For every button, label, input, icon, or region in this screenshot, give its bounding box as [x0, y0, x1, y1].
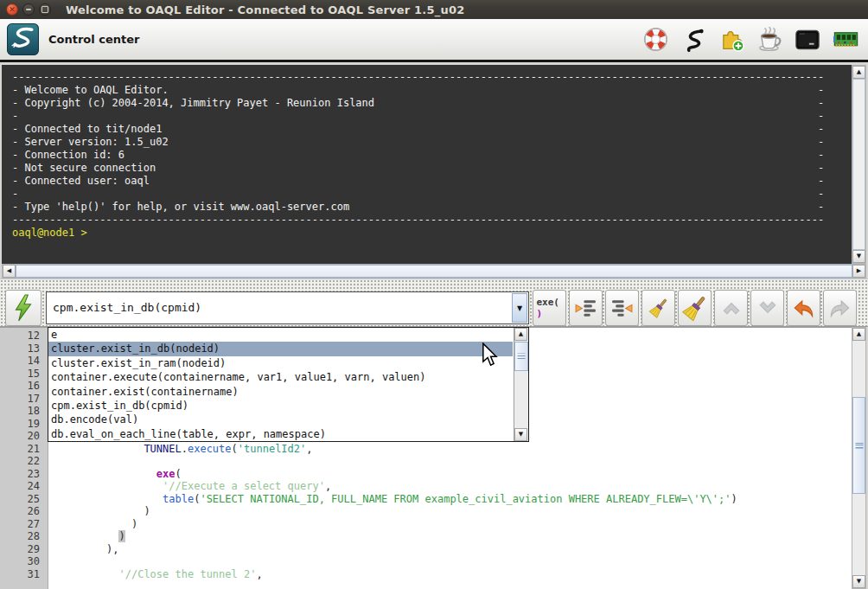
line-number: 30 [0, 555, 48, 568]
autocomplete-items: ecluster.exist_in_db(nodeid)cluster.exis… [48, 328, 528, 441]
line-number: 19 [0, 418, 48, 431]
autocomplete-item[interactable]: container.exist(containername) [48, 385, 513, 399]
window-close-button[interactable]: ✕ [6, 3, 18, 16]
code-line: '//Execute a select query', [50, 480, 852, 493]
window-title: Welcome to OAQL Editor - Connected to OA… [66, 3, 464, 16]
move-down-button[interactable] [750, 290, 784, 326]
line-number: 26 [0, 505, 48, 518]
autocomplete-item[interactable]: cluster.exist_in_ram(nodeid) [48, 356, 513, 370]
clean-button[interactable] [641, 290, 675, 326]
scrollbar-thumb[interactable] [852, 397, 865, 494]
line-number: 14 [0, 355, 48, 368]
editor-vertical-scrollbar[interactable]: ▲ ▼ [852, 327, 866, 589]
line-number: 24 [0, 480, 48, 493]
indent-right-icon [574, 297, 597, 320]
window-maximize-button[interactable] [39, 3, 51, 16]
autocomplete-item[interactable]: db.encode(val) [48, 413, 513, 426]
console-line: -- [12, 110, 824, 123]
scroll-left-arrow[interactable]: ◀ [3, 265, 16, 278]
indent-right-button[interactable] [569, 290, 603, 326]
execute-query-button[interactable] [5, 290, 41, 326]
autocomplete-dropdown[interactable]: ecluster.exist_in_db(nodeid)cluster.exis… [48, 327, 529, 442]
scroll-up-arrow[interactable]: ▲ [852, 66, 865, 79]
snake-icon[interactable] [678, 23, 709, 56]
scroll-right-arrow[interactable]: ▶ [852, 265, 865, 278]
code-line: TUNNEL.execute('tunnelId2', [50, 443, 852, 456]
command-combobox-value[interactable]: cpm.exist_in_db(cpmid) [47, 292, 528, 323]
code-line [50, 555, 852, 568]
indent-left-icon [610, 297, 634, 320]
autocomplete-item[interactable]: container.execute(containername, var1, v… [48, 370, 513, 384]
line-number: 17 [0, 393, 48, 406]
console-output[interactable]: ----------------------------------------… [2, 65, 852, 264]
indent-left-button[interactable] [605, 290, 639, 326]
console-line: ----------------------------------------… [12, 71, 824, 84]
broom-small-icon [648, 297, 670, 319]
line-number: 16 [0, 380, 48, 393]
move-up-button[interactable] [714, 290, 748, 326]
line-number: 27 [0, 518, 48, 531]
line-number: 28 [0, 530, 48, 543]
line-number: 25 [0, 493, 48, 506]
control-center-label: Control center [48, 33, 140, 46]
chevron-down-icon [757, 298, 778, 318]
console-line: - Connection id: 6- [12, 149, 824, 162]
console-line: - Welcome to OAQL Editor.- [12, 84, 824, 97]
code-line: table('SELECT NATIONAL_ID, FULL_NAME FRO… [50, 493, 852, 506]
console-line: -- [12, 188, 824, 201]
undo-icon [792, 297, 815, 320]
console-prompt: oaql@node1 > [12, 227, 824, 240]
code-line [50, 455, 852, 468]
autocomplete-item[interactable]: db.eval_on_each_line(table, expr, namesp… [48, 427, 513, 441]
line-number: 31 [0, 568, 48, 581]
help-lifebuoy-icon[interactable] [640, 23, 671, 56]
line-number: 22 [0, 455, 48, 468]
code-line: ), [50, 543, 852, 556]
code-line: exe( [50, 468, 852, 481]
scroll-down-arrow[interactable]: ▼ [852, 250, 865, 263]
scrollbar-thumb[interactable] [514, 342, 528, 371]
scrollbar-thumb[interactable] [16, 265, 852, 278]
line-number: 15 [0, 368, 48, 381]
console-line: - Type 'help()' for help, or visit www.o… [12, 201, 824, 214]
autocomplete-item[interactable]: e [48, 328, 513, 342]
command-combobox[interactable]: cpm.exist_in_db(cpmid) ▼ [46, 291, 529, 324]
lightning-bolt-icon [12, 294, 35, 322]
scroll-up-arrow[interactable]: ▲ [852, 328, 865, 341]
scrollbar-thumb[interactable] [852, 79, 865, 250]
exe-wrap-button[interactable]: exe() [533, 290, 566, 326]
console-line: - Copyright (c) 2004-2014, Jimmitry Paye… [12, 97, 824, 110]
console-line: - Connected user: oaql- [12, 175, 824, 188]
plugin-add-icon[interactable] [716, 23, 747, 56]
redo-button[interactable] [823, 290, 857, 326]
code-line: ) [50, 530, 852, 543]
oaql-snake-logo-icon [7, 23, 39, 55]
autocomplete-item[interactable]: cluster.exist_in_db(nodeid) [48, 342, 513, 355]
code-line: ) [50, 505, 852, 518]
console-line: - Server version: 1.5_u02- [12, 136, 824, 149]
scroll-down-arrow[interactable]: ▼ [514, 428, 527, 441]
line-number: 21 [0, 443, 48, 456]
memory-card-icon[interactable] [830, 23, 861, 56]
exe-wrap-label: exe() [537, 297, 563, 319]
app-toolbar: Control center [0, 19, 868, 62]
autocomplete-item[interactable]: cpm.exist_in_db(cpmid) [48, 399, 513, 413]
console-line: ----------------------------------------… [12, 214, 824, 227]
window-minimize-button[interactable] [22, 3, 35, 16]
scroll-up-arrow[interactable]: ▲ [514, 328, 527, 341]
clean-all-button[interactable] [678, 290, 712, 326]
line-number: 29 [0, 543, 48, 556]
code-line: ) [50, 518, 852, 531]
coffee-java-icon[interactable] [754, 23, 785, 56]
console-horizontal-scrollbar[interactable]: ◀ ▶ [2, 264, 866, 278]
dropdown-scrollbar[interactable]: ▲ ▼ [514, 328, 528, 441]
console-line: - Not secure connection- [12, 162, 824, 175]
console-vertical-scrollbar[interactable]: ▲ ▼ [852, 65, 866, 264]
redo-icon [828, 297, 852, 320]
undo-button[interactable] [787, 290, 820, 326]
terminal-icon[interactable] [792, 23, 823, 56]
chevron-up-icon [721, 298, 742, 318]
line-number: 12 [0, 330, 48, 343]
scroll-down-arrow[interactable]: ▼ [852, 575, 865, 588]
combobox-dropdown-arrow[interactable]: ▼ [512, 293, 527, 323]
